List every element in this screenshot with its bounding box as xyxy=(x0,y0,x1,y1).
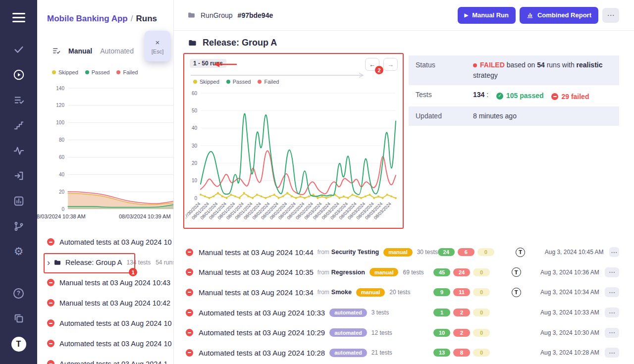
run-row[interactable]: Manual tests at 03 Aug 2024 10:34fromSmo… xyxy=(186,282,619,303)
analytics-icon[interactable] xyxy=(12,195,25,208)
legend-passed-label: Passed xyxy=(233,79,251,85)
failed-status-icon xyxy=(186,329,193,336)
run-type-badge: automated xyxy=(329,328,367,337)
run-more-button[interactable]: ⋯ xyxy=(605,328,619,338)
run-result-badges: 1380 xyxy=(433,349,492,357)
run-row[interactable]: Automated tests at 03 Aug 2024 10:33auto… xyxy=(186,303,619,323)
run-title: Automated tests at 03 Aug 2024 10:29 xyxy=(199,328,325,337)
gear-icon[interactable]: ⚙ xyxy=(12,245,25,258)
steps-icon[interactable] xyxy=(12,119,25,132)
check-icon[interactable] xyxy=(12,43,25,56)
run-title: Manual tests at 03 Aug 2024 10:44 xyxy=(199,248,314,257)
release-title: Release: Group A xyxy=(203,38,277,48)
run-more-button[interactable]: ⋯ xyxy=(609,247,619,257)
play-icon: ▶ xyxy=(465,12,469,18)
run-row[interactable]: Automated tests at 03 Aug 2024 10:28auto… xyxy=(186,343,619,363)
run-row[interactable]: Manual tests at 03 Aug 2024 10:44fromSec… xyxy=(186,242,619,262)
legend-skipped[interactable]: Skipped xyxy=(52,69,78,75)
passed-count-badge: 10 xyxy=(433,329,450,337)
minus-circle-icon xyxy=(551,93,558,100)
breadcrumb-separator: / xyxy=(131,14,133,23)
svg-text:0: 0 xyxy=(61,207,64,212)
legend-failed[interactable]: Failed xyxy=(258,79,279,85)
manual-run-button[interactable]: ▶ Manual Run xyxy=(458,7,516,24)
copy-icon[interactable] xyxy=(12,312,25,325)
runs-chart: 010203040506007/30/202408/01/202408/01/2… xyxy=(186,85,402,228)
sign-in-icon[interactable] xyxy=(12,169,25,182)
rungroup-label: RunGroup xyxy=(201,11,233,19)
branch-icon[interactable] xyxy=(12,220,25,233)
failed-status-icon xyxy=(47,279,54,286)
breadcrumb-project[interactable]: Mobile Banking App xyxy=(47,14,128,23)
run-more-button[interactable]: ⋯ xyxy=(605,348,619,358)
logo-t[interactable]: T xyxy=(11,337,26,352)
run-item[interactable]: Automated tests at 03 Aug 2024 1 xyxy=(37,354,173,364)
run-result-badges: 45240 xyxy=(433,268,492,276)
main-chart-legend: Skipped Passed Failed xyxy=(193,79,279,85)
run-item[interactable]: Manual tests at 03 Aug 2024 10:43 xyxy=(37,272,173,293)
run-type-badge: automated xyxy=(329,309,367,317)
failed-status-icon xyxy=(186,289,193,296)
run-item[interactable]: Automated tests at 03 Aug 2024 10 xyxy=(37,333,173,354)
folder-icon xyxy=(188,38,197,48)
skipped-count-badge: 0 xyxy=(473,268,490,276)
combined-report-button[interactable]: Combined Report xyxy=(520,7,598,24)
bar-chart-icon xyxy=(527,12,533,19)
svg-text:50: 50 xyxy=(192,108,198,113)
run-title: Automated tests at 03 Aug 2024 10:28 xyxy=(199,349,325,357)
run-tests-count: 3 tests xyxy=(371,309,389,316)
run-date: Aug 3, 2024 10:30 AM xyxy=(540,329,605,336)
legend-passed[interactable]: Passed xyxy=(226,79,251,85)
run-group-item[interactable]: › Release: Group A 134 tests 54 runs xyxy=(37,252,173,272)
more-actions-button[interactable]: ⋯ xyxy=(602,8,619,23)
run-row[interactable]: Automated tests at 03 Aug 2024 10:29auto… xyxy=(186,322,619,343)
next-page-button[interactable]: → xyxy=(383,58,398,71)
run-item-title: Automated tests at 03 Aug 2024 10 xyxy=(59,340,172,348)
tab-manual[interactable]: Manual xyxy=(68,47,92,55)
run-tests-count: 20 tests xyxy=(389,289,410,296)
failed-count-badge: 6 xyxy=(458,248,475,256)
rungroup-id: #97bde94e xyxy=(238,11,273,19)
esc-dismiss-button[interactable]: × [Esc] xyxy=(145,31,170,61)
play-circle-icon[interactable] xyxy=(12,68,25,81)
svg-text:30: 30 xyxy=(192,143,198,149)
legend-skipped-label: Skipped xyxy=(200,79,219,85)
updated-value: 8 minutes ago xyxy=(473,111,612,121)
run-title: Manual tests at 03 Aug 2024 10:35 xyxy=(199,268,314,276)
legend-passed[interactable]: Passed xyxy=(85,69,110,75)
svg-text:120: 120 xyxy=(56,103,64,108)
failed-count-badge: 2 xyxy=(453,309,470,316)
trend-x-right: 08/03/2024 10:39 AM xyxy=(119,213,171,219)
failed-status-icon xyxy=(47,238,54,246)
run-item[interactable]: Automated tests at 03 Aug 2024 10 xyxy=(37,232,173,252)
legend-failed[interactable]: Failed xyxy=(116,69,138,75)
run-item[interactable]: Manual tests at 03 Aug 2024 10:42 xyxy=(37,293,173,313)
chevron-right-icon[interactable]: › xyxy=(47,258,50,267)
run-tests-count: 21 tests xyxy=(371,349,392,356)
avatar-slot: T xyxy=(492,288,540,297)
run-more-button[interactable]: ⋯ xyxy=(605,287,619,297)
run-list-icon[interactable] xyxy=(12,94,25,106)
run-more-button[interactable]: ⋯ xyxy=(605,308,619,317)
menu-icon[interactable] xyxy=(12,13,25,22)
mini-trend-svg: 020406080100120140 xyxy=(49,83,173,213)
tab-automated[interactable]: Automated xyxy=(100,47,134,55)
legend-skipped[interactable]: Skipped xyxy=(193,79,219,85)
prev-page-button[interactable]: ← xyxy=(365,58,379,71)
run-date: Aug 3, 2024 10:33 AM xyxy=(540,309,605,316)
passed-dot-icon xyxy=(85,70,89,74)
run-tests-count: 69 tests xyxy=(403,269,423,276)
close-icon[interactable]: × xyxy=(156,38,160,47)
failed-status-icon xyxy=(186,349,193,357)
run-row[interactable]: Manual tests at 03 Aug 2024 10:35fromReg… xyxy=(186,262,619,283)
run-more-button[interactable]: ⋯ xyxy=(605,267,619,277)
run-item[interactable]: Automated tests at 03 Aug 2024 10 xyxy=(37,313,173,333)
legend-failed-label: Failed xyxy=(264,79,279,85)
runs-icon xyxy=(52,47,60,55)
pulse-icon[interactable] xyxy=(12,144,25,157)
status-text: based on xyxy=(507,61,535,69)
help-icon[interactable]: ? xyxy=(12,287,25,300)
main-topbar: RunGroup #97bde94e ▶ Manual Run Combined… xyxy=(174,0,634,31)
passed-count-badge: 1 xyxy=(433,309,450,316)
run-type-badge: manual xyxy=(370,268,399,276)
